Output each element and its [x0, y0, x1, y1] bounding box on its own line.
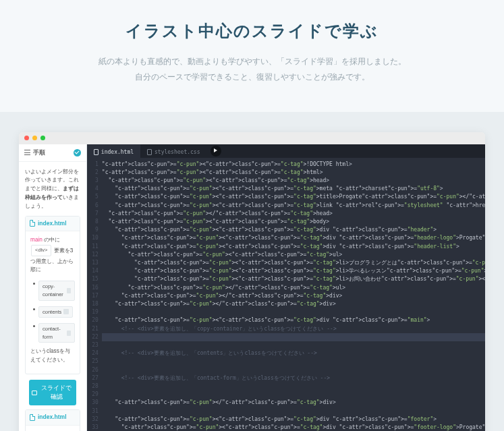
- instruction-paragraph: いよいよメイン部分を作っていきます。これまでと同様に、まずは枠組みを作っていきま…: [25, 167, 80, 210]
- confirm-slide-button[interactable]: スライドで確認: [29, 380, 76, 405]
- instructions-header: 手順: [19, 144, 86, 162]
- file-name: index.html: [38, 413, 67, 422]
- hero-title: イラスト中心のスライドで学ぶ: [13, 20, 491, 42]
- hero: イラスト中心のスライドで学ぶ 紙の本よりも直感的で、動画よりも学びやすい、「スラ…: [0, 0, 504, 112]
- chip-contents[interactable]: contents: [38, 306, 73, 318]
- app-body: 手順 いよいよメイン部分を作っていきます。これまでと同様に、まずは枠組みを作って…: [19, 144, 485, 431]
- run-button[interactable]: [211, 146, 221, 156]
- code-editor[interactable]: index.html stylesheet.css 12345678910111…: [87, 144, 485, 431]
- copy-icon[interactable]: [67, 288, 70, 293]
- file-icon: [30, 220, 35, 227]
- class-chip-list: copy-container contents contact-form: [30, 279, 75, 344]
- slide-icon: [32, 391, 37, 395]
- copy-icon[interactable]: [63, 309, 69, 314]
- hero-line2: 自分のペースで学習できること、復習しやすいことが強みです。: [13, 69, 491, 85]
- list-icon: [24, 150, 30, 155]
- tab-index-html[interactable]: index.html: [87, 144, 140, 158]
- traffic-light-minimize[interactable]: [32, 136, 37, 140]
- file-icon: [30, 414, 35, 421]
- traffic-light-zoom[interactable]: [40, 136, 45, 140]
- editor-tabs: index.html stylesheet.css: [87, 144, 485, 158]
- check-icon: [74, 149, 81, 156]
- app-window: 手順 いよいよメイン部分を作っていきます。これまでと同様に、まずは枠組みを作って…: [19, 132, 485, 431]
- instructions-title: 手順: [33, 148, 45, 157]
- stage: 手順 いよいよメイン部分を作っていきます。これまでと同様に、まずは枠組みを作って…: [0, 112, 504, 431]
- copy-icon[interactable]: [67, 331, 71, 336]
- chip-copy-container[interactable]: copy-container: [38, 281, 75, 300]
- chip-contact-form[interactable]: contact-form: [38, 323, 75, 343]
- tab-stylesheet-css[interactable]: stylesheet.css: [140, 144, 206, 158]
- file-icon: [94, 149, 99, 155]
- instructions-pane: 手順 いよいよメイン部分を作っていきます。これまでと同様に、まずは枠組みを作って…: [19, 144, 87, 431]
- file-icon: [147, 149, 152, 155]
- code-source[interactable]: "c-attr">class"c-pun">="c-pun"><"c-attr"…: [102, 158, 485, 431]
- hero-line1: 紙の本よりも直感的で、動画よりも学びやすい、「スライド学習」を採用しました。: [13, 54, 491, 69]
- traffic-light-close[interactable]: [24, 136, 29, 140]
- file-name: index.html: [38, 219, 67, 228]
- instruction-file-2: index.html copy-containerの中に <h1> 要素を追加し…: [25, 409, 80, 431]
- window-titlebar: [19, 132, 485, 144]
- instruction-file-1: index.html main の中に <div> 要素を3つ用意し、上から順に…: [25, 216, 80, 374]
- line-gutter: 1234567891011121314151617181920212223242…: [87, 158, 102, 431]
